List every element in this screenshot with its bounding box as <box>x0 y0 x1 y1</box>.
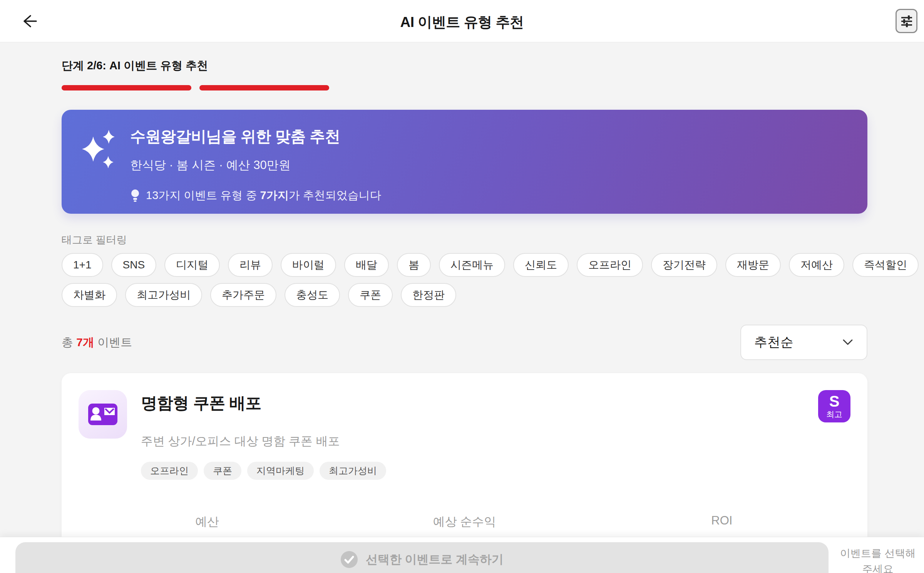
app-header: AI 이벤트 유형 추천 <box>0 0 924 42</box>
stat-label: 예상 순수익 <box>336 514 593 530</box>
event-tag: 최고가성비 <box>320 462 386 480</box>
event-tag: 지역마케팅 <box>247 462 314 480</box>
sparkles-icon <box>80 129 116 171</box>
step-progress-bars <box>62 85 867 90</box>
continue-button[interactable]: 선택한 이벤트로 계속하기 <box>15 542 829 573</box>
filter-tag-chip[interactable]: SNS <box>111 253 157 277</box>
filter-tag-chip[interactable]: 봄 <box>397 253 431 277</box>
progress-segment <box>62 85 191 90</box>
step-progress-section: 단계 2/6: AI 이벤트 유형 추천 <box>62 58 867 90</box>
filter-tag-chip[interactable]: 쿠폰 <box>348 283 393 307</box>
filter-label: 태그로 필터링 <box>62 233 867 247</box>
filter-tag-chip[interactable]: 재방문 <box>725 253 781 277</box>
filter-tag-chip[interactable]: 배달 <box>344 253 389 277</box>
event-card-head: 명함형 쿠폰 배포 주변 상가/오피스 대상 명함 쿠폰 배포 오프라인쿠폰지역… <box>79 390 850 480</box>
banner-title: 수원왕갈비님을 위한 맞춤 추천 <box>130 126 381 147</box>
grade-badge: S 최고 <box>818 390 850 422</box>
filter-tag-chip[interactable]: 장기전략 <box>651 253 717 277</box>
filter-tag-row: 1+1SNS디지털리뷰바이럴배달봄시즌메뉴신뢰도오프라인장기전략재방문저예산즉석… <box>62 253 867 277</box>
filter-settings-button[interactable] <box>896 9 917 33</box>
chevron-down-icon <box>842 338 854 346</box>
event-title: 명함형 쿠폰 배포 <box>141 392 386 414</box>
filter-tag-chip[interactable]: 최고가성비 <box>125 283 202 307</box>
filter-tag-chip[interactable]: 신뢰도 <box>513 253 569 277</box>
event-tags: 오프라인쿠폰지역마케팅최고가성비 <box>141 462 386 480</box>
grade-letter: S <box>818 392 850 410</box>
filter-tag-chip[interactable]: 바이럴 <box>281 253 336 277</box>
event-tag: 오프라인 <box>141 462 198 480</box>
bottom-bar: 선택한 이벤트로 계속하기 이벤트를 선택해주세요 <box>0 537 924 573</box>
check-circle-icon <box>340 551 358 568</box>
filter-tag-chip[interactable]: 리뷰 <box>228 253 273 277</box>
filter-tag-chip[interactable]: 추가주문 <box>210 283 276 307</box>
filter-tag-chip[interactable]: 충성도 <box>285 283 340 307</box>
stat-label: 예산 <box>79 514 336 530</box>
list-header: 총 7개 이벤트 추천순 <box>62 325 867 360</box>
lightbulb-icon <box>130 189 140 203</box>
contact-card-icon <box>79 390 127 439</box>
banner-subtitle: 한식당 · 봄 시즌 · 예산 30만원 <box>130 157 381 173</box>
filter-tag-chip[interactable]: 차별화 <box>62 283 117 307</box>
continue-button-label: 선택한 이벤트로 계속하기 <box>366 551 504 568</box>
sort-dropdown[interactable]: 추천순 <box>740 325 867 360</box>
step-label: 단계 2/6: AI 이벤트 유형 추천 <box>62 58 867 74</box>
filter-tag-chip[interactable]: 한정판 <box>401 283 456 307</box>
filter-tag-chip[interactable]: 1+1 <box>62 253 103 277</box>
grade-label: 최고 <box>818 410 850 419</box>
recommendation-banner: 수원왕갈비님을 위한 맞춤 추천 한식당 · 봄 시즌 · 예산 30만원 13… <box>62 110 867 214</box>
sort-selected-value: 추천순 <box>754 333 793 351</box>
filter-tag-chip[interactable]: 디지털 <box>164 253 220 277</box>
filter-tag-chip[interactable]: 저예산 <box>789 253 844 277</box>
tune-sliders-icon <box>900 14 913 28</box>
event-card-body: 명함형 쿠폰 배포 주변 상가/오피스 대상 명함 쿠폰 배포 오프라인쿠폰지역… <box>141 390 386 480</box>
filter-tag-row: 차별화최고가성비추가주문충성도쿠폰한정판 <box>62 283 867 307</box>
filter-tag-chip[interactable]: 즉석할인 <box>852 253 919 277</box>
main-content: 단계 2/6: AI 이벤트 유형 추천 수원왕갈비님을 위한 맞춤 추천 한식… <box>0 43 924 573</box>
event-count: 총 7개 이벤트 <box>62 335 132 350</box>
event-tag: 쿠폰 <box>204 462 241 480</box>
selection-helper-text: 이벤트를 선택해주세요 <box>835 546 920 573</box>
banner-info: 13가지 이벤트 유형 중 7가지가 추천되었습니다 <box>130 188 381 203</box>
filter-tag-chip[interactable]: 시즌메뉴 <box>439 253 505 277</box>
progress-segment <box>199 85 329 90</box>
filter-tag-chip[interactable]: 오프라인 <box>577 253 643 277</box>
banner-text: 수원왕갈비님을 위한 맞춤 추천 한식당 · 봄 시즌 · 예산 30만원 13… <box>130 126 381 198</box>
event-description: 주변 상가/오피스 대상 명함 쿠폰 배포 <box>141 433 386 449</box>
stat-label: ROI <box>593 514 850 528</box>
page-title: AI 이벤트 유형 추천 <box>0 13 924 32</box>
filter-tag-chips: 1+1SNS디지털리뷰바이럴배달봄시즌메뉴신뢰도오프라인장기전략재방문저예산즉석… <box>62 253 867 307</box>
banner-info-text: 13가지 이벤트 유형 중 7가지가 추천되었습니다 <box>146 188 381 203</box>
